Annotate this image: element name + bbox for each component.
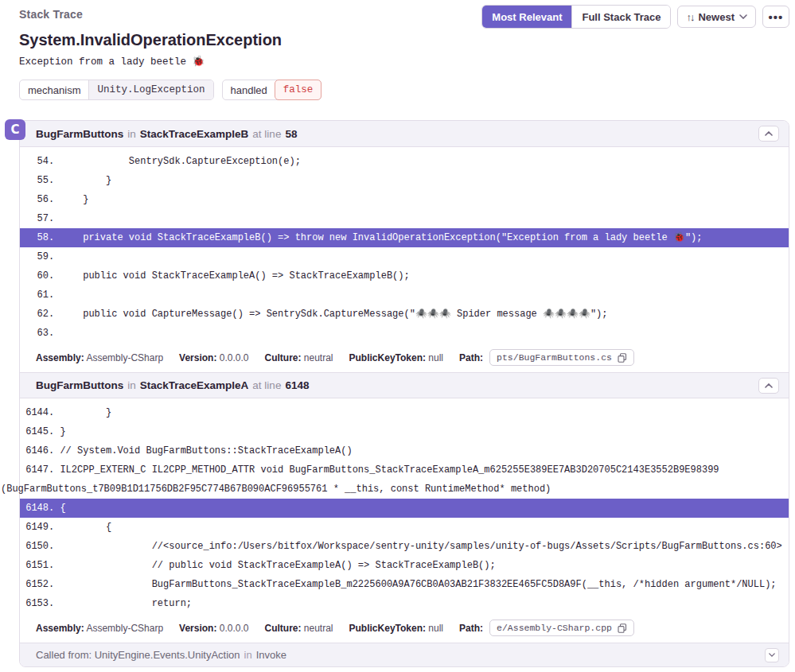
code-line: 6145. } — [1, 422, 789, 441]
collapsed-module: UnityEngine.Events.UnityAction — [95, 649, 240, 661]
stack-frame: BugFarmButtons in StackTraceExampleA at … — [20, 372, 789, 643]
code-line: 6149. { — [1, 518, 789, 537]
code-line: 59. — [1, 247, 789, 266]
code-line: 61. — [1, 286, 789, 305]
code-line: 55. } — [1, 171, 789, 190]
stack-trace-card: C BugFarmButtons in StackTraceExampleB a… — [19, 120, 789, 667]
more-options-button[interactable]: ••• — [762, 6, 789, 28]
tags-row: mechanism Unity.LogException handled fal… — [19, 80, 795, 100]
tag-value: Unity.LogException — [88, 80, 212, 99]
assembly-meta-row: Assembly: Assembly-CSharp Version: 0.0.0… — [20, 348, 789, 372]
code-line: 6152. BugFarmButtons_StackTraceExampleB_… — [1, 575, 789, 594]
code-line: 6146. // System.Void BugFarmButtons::Sta… — [1, 441, 789, 460]
ellipsis-icon: ••• — [769, 10, 784, 24]
tag-mechanism[interactable]: mechanism Unity.LogException — [19, 80, 214, 100]
path-label: Path: — [459, 352, 483, 363]
full-stack-trace-button[interactable]: Full Stack Trace — [571, 6, 670, 28]
code-line: 63. — [1, 324, 789, 343]
chevron-down-icon — [739, 14, 747, 19]
version-label: Version: — [179, 623, 216, 634]
stack-trace-page: Stack Trace Most Relevant Full Stack Tra… — [0, 0, 795, 672]
collapse-frame-button[interactable] — [758, 378, 779, 394]
copy-icon — [618, 353, 627, 363]
stack-frame: BugFarmButtons in StackTraceExampleB at … — [20, 121, 789, 372]
code-line: 54. SentrySdk.CaptureException(e); — [1, 152, 789, 171]
path-label: Path: — [459, 623, 483, 634]
collapsed-frame-row[interactable]: Called from: UnityEngine.Events.UnityAct… — [20, 643, 789, 666]
assembly-value: Assembly-CSharp — [86, 623, 163, 634]
collapsed-function: Invoke — [256, 649, 286, 661]
in-label: in — [127, 128, 136, 140]
tag-handled[interactable]: handled false — [222, 80, 322, 100]
frames-list: BugFarmButtons in StackTraceExampleB at … — [20, 121, 789, 643]
frame-line-number: 6148 — [285, 379, 309, 391]
sort-label: Newest — [698, 11, 735, 23]
sort-dropdown[interactable]: ↑↓ Newest — [677, 6, 756, 28]
code-line: 6147. IL2CPP_EXTERN_C IL2CPP_METHOD_ATTR… — [1, 460, 789, 499]
path-copy-button[interactable]: pts/BugFarmButtons.cs — [489, 349, 634, 366]
tag-key: handled — [223, 80, 275, 99]
frame-module: BugFarmButtons — [36, 128, 123, 140]
csharp-platform-icon: C — [5, 119, 25, 140]
code-line: 56. } — [1, 190, 789, 209]
expand-frame-button[interactable] — [765, 648, 779, 662]
code-line: 62. public void CaptureMessage() => Sent… — [1, 305, 789, 324]
most-relevant-button[interactable]: Most Relevant — [482, 6, 571, 28]
code-line: 6144. } — [1, 403, 789, 422]
chevron-up-icon — [765, 131, 773, 136]
chevron-up-icon — [765, 383, 773, 388]
at-line-label: at line — [252, 128, 281, 140]
code-line: 57. — [1, 209, 789, 228]
frame-module: BugFarmButtons — [36, 379, 123, 391]
code-line: 6150. //<source_info:/Users/bitfox/Works… — [1, 537, 789, 556]
culture-label: Culture: — [264, 623, 301, 634]
toolbar: Most Relevant Full Stack Trace ↑↓ Newest… — [481, 5, 789, 29]
exception-title: System.InvalidOperationException — [19, 31, 789, 49]
frame-line-number: 58 — [285, 128, 297, 140]
assembly-meta-row: Assembly: Assembly-CSharp Version: 0.0.0… — [20, 618, 789, 643]
code-line: 6151. // public void StackTraceExampleA(… — [1, 556, 789, 575]
tag-key: mechanism — [20, 80, 88, 99]
assembly-label: Assembly: — [36, 623, 84, 634]
source-code-block: 54. SentrySdk.CaptureException(e); 55. }… — [20, 147, 789, 348]
tag-value: false — [275, 80, 322, 100]
platform-letter: C — [10, 122, 19, 137]
culture-value: neutral — [304, 623, 333, 634]
in-label: in — [127, 379, 136, 391]
copy-icon — [618, 623, 627, 633]
token-value: null — [428, 352, 443, 363]
assembly-value: Assembly-CSharp — [86, 352, 163, 363]
code-line: 6153. return; — [1, 594, 789, 613]
collapse-frame-button[interactable] — [758, 126, 779, 142]
called-from-label: Called from: — [36, 649, 92, 661]
assembly-label: Assembly: — [36, 352, 84, 363]
at-line-label: at line — [252, 379, 281, 391]
page-header: Stack Trace Most Relevant Full Stack Tra… — [0, 0, 795, 68]
path-value: pts/BugFarmButtons.cs — [497, 352, 612, 363]
culture-value: neutral — [304, 352, 333, 363]
publickeytoken-label: PublicKeyToken: — [349, 623, 426, 634]
publickeytoken-label: PublicKeyToken: — [349, 352, 426, 363]
sort-arrows-icon: ↑↓ — [686, 11, 693, 23]
version-value: 0.0.0.0 — [220, 352, 249, 363]
exception-message: Exception from a lady beetle 🐞 — [19, 55, 789, 68]
version-label: Version: — [179, 352, 216, 363]
token-value: null — [428, 623, 443, 634]
version-value: 0.0.0.0 — [220, 623, 249, 634]
frame-header[interactable]: BugFarmButtons in StackTraceExampleB at … — [20, 121, 789, 147]
code-line: 60. public void StackTraceExampleA() => … — [1, 266, 789, 286]
path-value: e/Assembly-CSharp.cpp — [497, 623, 612, 633]
view-toggle: Most Relevant Full Stack Trace — [481, 5, 671, 29]
frame-header[interactable]: BugFarmButtons in StackTraceExampleA at … — [20, 372, 789, 398]
code-line: 6148. { — [20, 499, 789, 518]
culture-label: Culture: — [264, 352, 301, 363]
in-label: in — [244, 649, 252, 661]
source-code-block: 6144. } 6145. } 6146. // System.Void Bug… — [20, 398, 789, 618]
frame-function: StackTraceExampleA — [140, 379, 249, 391]
code-line: 58. private void StackTraceExampleB() =>… — [20, 228, 789, 247]
path-copy-button[interactable]: e/Assembly-CSharp.cpp — [489, 620, 634, 636]
chevron-down-icon — [769, 653, 775, 657]
frame-function: StackTraceExampleB — [140, 128, 249, 140]
